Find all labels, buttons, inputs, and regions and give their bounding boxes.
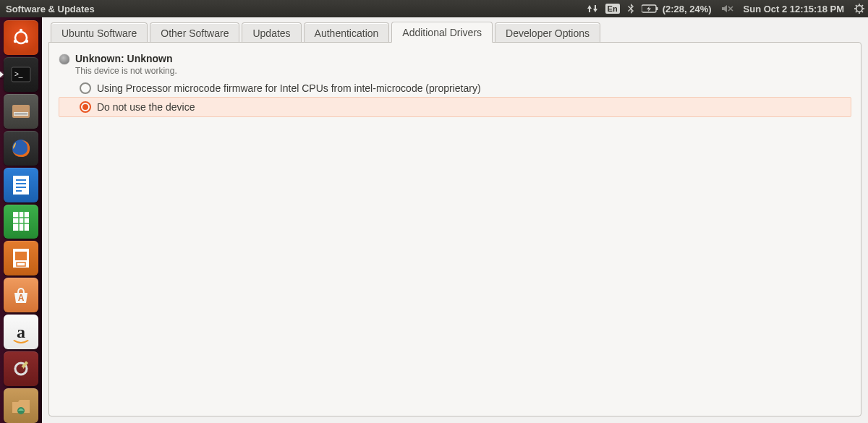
- network-updown-icon: [587, 4, 598, 14]
- tab-label: Ubuntu Software: [61, 27, 137, 39]
- tab-developer-options[interactable]: Developer Options: [495, 22, 600, 43]
- unity-launcher: >_ A a: [0, 17, 42, 423]
- launcher-calc[interactable]: [4, 205, 38, 239]
- svg-rect-27: [13, 212, 29, 231]
- impress-icon: [11, 247, 31, 269]
- top-menubar: Software & Updates En (2:28, 24%) Sun Oc…: [0, 0, 868, 17]
- svg-point-15: [14, 40, 17, 43]
- tab-label: Developer Options: [506, 27, 590, 39]
- window-content: Ubuntu Software Other Software Updates A…: [42, 17, 868, 423]
- svg-point-14: [25, 40, 28, 43]
- svg-text:A: A: [18, 293, 25, 303]
- device-header: Unknown: Unknown This device is not work…: [59, 53, 851, 79]
- keyboard-indicator[interactable]: En: [602, 0, 624, 17]
- launcher-firefox[interactable]: [4, 131, 38, 166]
- device-status-icon: [59, 54, 69, 64]
- svg-point-38: [19, 367, 23, 371]
- launcher-terminal[interactable]: >_: [4, 57, 38, 92]
- amazon-swoosh-icon: [10, 339, 32, 345]
- svg-rect-33: [15, 252, 27, 260]
- running-indicator-icon: [0, 71, 4, 78]
- volume-indicator[interactable]: [718, 0, 737, 17]
- ubuntu-logo-icon: [11, 27, 31, 48]
- keyboard-language-label: En: [605, 4, 620, 14]
- firefox-icon: [9, 136, 33, 161]
- tab-label: Updates: [252, 27, 290, 39]
- battery-indicator[interactable]: (2:28, 24%): [638, 0, 718, 17]
- settings-icon: [10, 358, 32, 380]
- radio-icon: [80, 82, 91, 94]
- radio-icon: [80, 101, 91, 113]
- calc-icon: [11, 210, 31, 232]
- speaker-muted-icon: [722, 4, 733, 13]
- battery-text: (2:28, 24%): [660, 4, 715, 14]
- additional-drivers-pane: Unknown: Unknown This device is not work…: [48, 42, 861, 416]
- network-indicator[interactable]: [583, 0, 602, 17]
- bluetooth-icon: [627, 4, 634, 14]
- tab-ubuntu-software[interactable]: Ubuntu Software: [51, 22, 148, 43]
- driver-option-microcode[interactable]: Using Processor microcode firmware for I…: [59, 79, 851, 98]
- tab-updates[interactable]: Updates: [242, 22, 301, 43]
- svg-text:>_: >_: [14, 70, 23, 78]
- notebook-tabs: Ubuntu Software Other Software Updates A…: [42, 17, 868, 42]
- software-center-icon: A: [10, 284, 32, 306]
- svg-rect-1: [656, 7, 658, 10]
- battery-icon: [642, 4, 659, 13]
- window-title: Software & Updates: [0, 4, 95, 14]
- svg-line-11: [856, 11, 857, 12]
- svg-point-12: [15, 32, 27, 43]
- svg-point-13: [20, 29, 22, 32]
- launcher-files[interactable]: [4, 94, 38, 129]
- gear-power-icon: [854, 4, 864, 14]
- launcher-impress[interactable]: [4, 241, 38, 275]
- launcher-writer[interactable]: [4, 168, 38, 202]
- driver-option-label: Using Processor microcode firmware for I…: [97, 82, 481, 94]
- svg-rect-22: [13, 176, 29, 195]
- svg-line-8: [856, 5, 857, 7]
- svg-line-10: [861, 5, 863, 7]
- device-title: Unknown: Unknown: [75, 53, 177, 64]
- launcher-dash[interactable]: [4, 20, 38, 55]
- tab-label: Other Software: [161, 27, 229, 39]
- device-subtitle: This device is not working.: [75, 66, 177, 76]
- tab-label: Additional Drivers: [402, 27, 482, 38]
- amazon-icon: a: [17, 323, 25, 341]
- folder-icon: [10, 396, 32, 415]
- svg-point-3: [856, 6, 862, 12]
- launcher-amazon[interactable]: a: [4, 315, 38, 349]
- session-indicator[interactable]: [851, 0, 868, 17]
- launcher-home-folder[interactable]: [4, 388, 38, 423]
- launcher-system-settings[interactable]: [4, 351, 38, 386]
- svg-line-9: [861, 11, 863, 12]
- writer-icon: [11, 174, 31, 196]
- tab-other-software[interactable]: Other Software: [150, 22, 239, 43]
- driver-option-label: Do not use the device: [97, 101, 195, 113]
- svg-rect-18: [12, 105, 30, 118]
- tab-additional-drivers[interactable]: Additional Drivers: [391, 22, 493, 43]
- svg-rect-20: [14, 113, 27, 114]
- file-manager-icon: [10, 102, 32, 121]
- launcher-software-center[interactable]: A: [4, 278, 38, 312]
- driver-option-do-not-use[interactable]: Do not use the device: [59, 98, 851, 116]
- clock-indicator[interactable]: Sun Oct 2 12:15:18 PM: [737, 0, 851, 17]
- tab-authentication[interactable]: Authentication: [304, 22, 390, 43]
- bluetooth-indicator[interactable]: [624, 0, 638, 17]
- device-entry: Unknown: Unknown This device is not work…: [56, 50, 854, 119]
- tab-label: Authentication: [315, 27, 379, 39]
- clock-text: Sun Oct 2 12:15:18 PM: [741, 4, 847, 14]
- terminal-icon: >_: [10, 66, 32, 83]
